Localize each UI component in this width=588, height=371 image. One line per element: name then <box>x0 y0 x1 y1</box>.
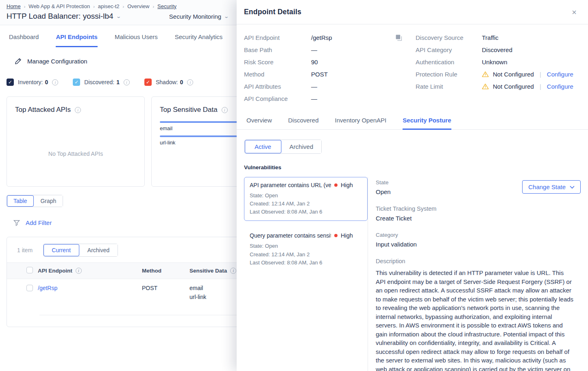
monitoring-selector[interactable]: Security Monitoring <box>169 13 221 20</box>
breadcrumb-separator: › <box>152 4 154 9</box>
card-title: Top Attacked APIs <box>15 106 71 114</box>
endpoint-details-panel: Endpoint Details × API Endpoint /getRsp … <box>237 0 588 371</box>
description-text: This vulnerability is detected if an HTT… <box>376 268 574 371</box>
detail-value: Not Configured <box>493 83 534 90</box>
empty-state-message: No Top Attacked APIs <box>7 151 144 157</box>
vulnerability-card[interactable]: Query parameter contains sensiti... High… <box>244 227 368 271</box>
panel-tab-overview[interactable]: Overview <box>246 117 272 129</box>
panel-tab-discovered[interactable]: Discovered <box>288 117 319 129</box>
detail-value: /getRsp <box>311 34 332 41</box>
card-title: Top Sensitive Data <box>160 106 218 114</box>
vuln-last-observed: Last Observed: 8:08 AM, Jan 6 <box>250 259 362 267</box>
info-icon[interactable]: i <box>124 79 130 85</box>
counter-shadow: ✓ Shadow: 0 i <box>144 79 193 86</box>
panel-tab-inventory-openapi[interactable]: Inventory OpenAPI <box>335 117 387 129</box>
change-state-button[interactable]: Change State <box>522 180 581 194</box>
divider: | <box>540 83 541 90</box>
close-icon[interactable]: × <box>572 8 577 16</box>
counter-label: Shadow: <box>156 79 178 85</box>
graph-view-button[interactable]: Graph <box>34 195 63 207</box>
current-button[interactable]: Current <box>44 244 79 256</box>
manage-configuration-label: Manage Configuration <box>27 58 87 65</box>
breadcrumb-waap[interactable]: Web App & API Protection <box>28 3 90 9</box>
vulnerability-meta: State: Open Created: 12:14 AM, Jan 2 Las… <box>250 242 362 266</box>
ticket-system-label: Ticket Tracking System <box>376 205 581 212</box>
chevron-down-icon[interactable]: ⌄ <box>116 14 121 19</box>
vulnerability-card[interactable]: API parameter contains URL (ves-... High… <box>244 177 368 221</box>
detail-label: API Endpoint <box>244 34 311 41</box>
archived-button[interactable]: Archived <box>281 140 321 153</box>
add-filter-label: Add Filter <box>26 219 52 226</box>
row-checkbox[interactable] <box>26 285 33 291</box>
funnel-icon <box>13 220 20 226</box>
breadcrumb-namespace[interactable]: apisec-t2 <box>98 3 120 9</box>
vuln-created: Created: 12:14 AM, Jan 2 <box>250 251 362 259</box>
detail-label: API Category <box>416 46 482 53</box>
shadow-checkbox[interactable]: ✓ <box>144 79 152 86</box>
page-title: HTTP Load Balancer: yossi-lb4 <box>7 12 113 21</box>
panel-tab-security-posture[interactable]: Security Posture <box>403 117 451 130</box>
info-icon[interactable]: i <box>75 107 81 113</box>
vuln-created: Created: 12:14 AM, Jan 2 <box>250 200 362 208</box>
tab-dashboard[interactable]: Dashboard <box>9 33 39 47</box>
counter-value: 0 <box>180 79 183 85</box>
category-value: Input validation <box>376 241 581 248</box>
breadcrumb-home[interactable]: Home <box>7 3 21 9</box>
info-icon[interactable]: i <box>222 107 228 113</box>
info-icon[interactable]: i <box>76 268 82 274</box>
details-left-column: API Endpoint /getRsp Base Path— Risk Sco… <box>244 34 416 102</box>
vulnerabilities-heading: Vulnerabilities <box>244 164 588 170</box>
warning-icon <box>482 71 489 77</box>
detail-label: Rate Limit <box>416 83 482 90</box>
pencil-icon <box>15 58 22 65</box>
tab-malicious-users[interactable]: Malicious Users <box>115 33 158 47</box>
active-archived-toggle: Active Archived <box>244 140 322 154</box>
configure-link[interactable]: Configure <box>547 71 573 78</box>
inventory-checkbox[interactable]: ✓ <box>7 79 14 86</box>
tab-security-analytics[interactable]: Security Analytics <box>175 33 223 47</box>
info-icon[interactable]: i <box>187 79 193 85</box>
method-cell: POST <box>142 279 189 306</box>
severity-dot <box>334 234 338 237</box>
breadcrumb-separator: › <box>24 4 26 9</box>
detail-value: 90 <box>311 59 318 65</box>
table-view-button[interactable]: Table <box>7 195 34 207</box>
counter-discovered: ✓ Discovered: 1 i <box>73 79 130 86</box>
column-header-method[interactable]: Method <box>142 268 161 274</box>
info-icon[interactable]: i <box>230 268 236 274</box>
severity-label: High <box>341 182 353 188</box>
archived-button[interactable]: Archived <box>79 244 118 256</box>
severity-dot <box>334 183 338 187</box>
configure-link[interactable]: Configure <box>547 83 573 90</box>
detail-value: Unknown <box>482 59 507 65</box>
panel-tabbar: Overview Discovered Inventory OpenAPI Se… <box>237 117 588 130</box>
warning-icon <box>482 83 489 89</box>
detail-value: POST <box>311 71 328 78</box>
detail-value: — <box>311 46 317 53</box>
detail-value: — <box>311 95 317 102</box>
item-count: 1 item <box>17 247 33 253</box>
column-header-endpoint[interactable]: API Endpoint <box>38 268 72 274</box>
vulnerability-title: API parameter contains URL (ves-... <box>250 182 331 188</box>
column-header-sensitive[interactable]: Sensitive Data <box>189 268 227 274</box>
vuln-state: State: Open <box>250 242 362 250</box>
panel-title: Endpoint Details <box>244 8 301 16</box>
detail-label: Discovery Source <box>416 34 482 41</box>
chevron-down-icon[interactable]: ⌄ <box>224 14 229 19</box>
create-ticket-link[interactable]: Create Ticket <box>376 215 581 222</box>
copy-icon[interactable] <box>395 34 402 41</box>
detail-label: Method <box>244 71 311 78</box>
detail-value: Not Configured <box>493 71 534 78</box>
detail-label: Base Path <box>244 46 311 53</box>
breadcrumb-overview[interactable]: Overview <box>127 3 149 9</box>
breadcrumb-security[interactable]: Security <box>157 3 176 9</box>
counter-inventory: ✓ Inventory: 0 i <box>7 79 58 86</box>
category-label: Category <box>376 232 581 238</box>
endpoint-link[interactable]: /getRsp <box>38 285 57 291</box>
discovered-checkbox[interactable]: ✓ <box>73 79 80 86</box>
tab-api-endpoints[interactable]: API Endpoints <box>56 33 98 47</box>
detail-value: Traffic <box>482 34 499 41</box>
select-all-checkbox[interactable] <box>26 267 33 273</box>
info-icon[interactable]: i <box>52 79 58 85</box>
active-button[interactable]: Active <box>245 140 281 153</box>
